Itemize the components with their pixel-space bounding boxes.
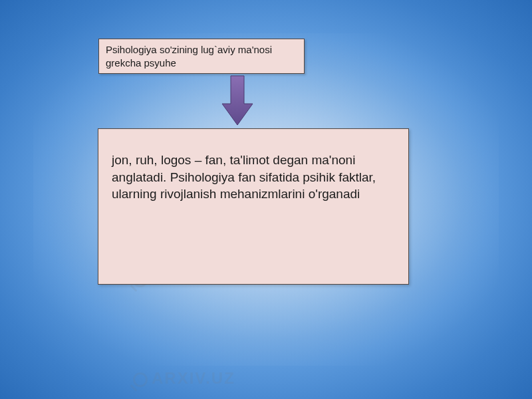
watermark: ARXIV.UZ xyxy=(133,369,235,388)
content-box: jon, ruh, logos – fan, ta'limot degan ma… xyxy=(98,128,409,285)
title-box: Psihologiya so'zining lug`aviy ma'nosi g… xyxy=(98,39,305,74)
down-arrow-icon xyxy=(221,74,254,126)
content-text: jon, ruh, logos – fan, ta'limot degan ma… xyxy=(112,153,376,201)
arrow-path xyxy=(222,76,253,125)
title-text: Psihologiya so'zining lug`aviy ma'nosi g… xyxy=(106,44,272,68)
